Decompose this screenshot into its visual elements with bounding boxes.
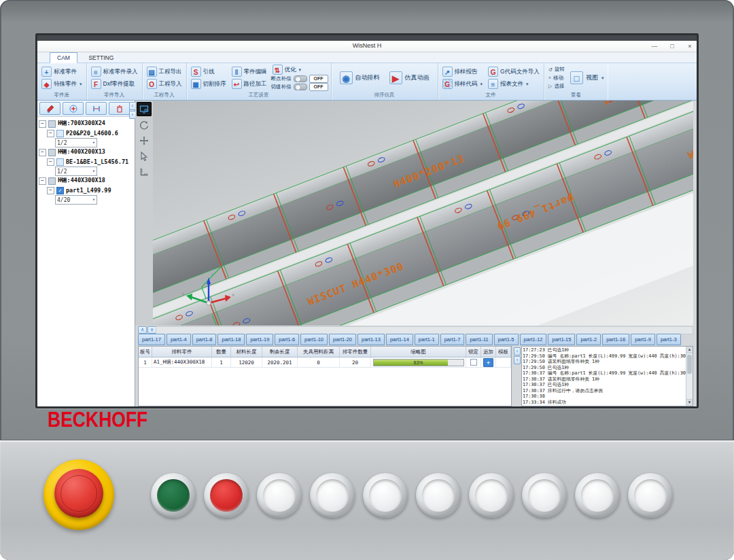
viewport-3d[interactable]: WISCUT H440*300 part1_499.99 WISCUT H400… (153, 101, 693, 326)
scroll-up-icon[interactable]: ▲ (686, 347, 693, 353)
part-tab[interactable]: part1-14 (386, 334, 413, 345)
hardware-button-green[interactable] (151, 473, 196, 518)
part-tab[interactable]: part1-11 (466, 334, 492, 345)
tab-scroll-up-icon[interactable]: ∧ (138, 326, 147, 334)
chevron-down-icon[interactable]: ▾ (526, 82, 529, 87)
hardware-button-4[interactable] (416, 473, 461, 518)
dimension-button[interactable] (86, 102, 107, 115)
hardware-button-5[interactable] (469, 473, 514, 518)
nest-code-button[interactable]: G 排样代码 ▾ (441, 79, 485, 89)
part-tab[interactable]: part1-6 (275, 334, 299, 345)
part-tab[interactable]: part1-13 (357, 334, 385, 345)
close-button[interactable]: × (686, 43, 694, 50)
tree-node-part-2[interactable]: − BE-1&BE-1_L5456.71 (47, 157, 133, 167)
checkbox-indeterminate[interactable] (48, 149, 56, 156)
lock-checkbox[interactable] (470, 359, 477, 366)
chevron-down-icon[interactable]: ▾ (299, 67, 302, 73)
scroll-down-icon[interactable]: ▼ (686, 399, 693, 406)
append-button[interactable]: + (483, 358, 493, 367)
chevron-down-icon[interactable]: ▾ (80, 82, 82, 87)
project-export-button[interactable]: ▤ 工程导出 (145, 67, 184, 77)
scroll-thumb[interactable] (687, 355, 692, 374)
path-machining-button[interactable]: ↩ 路径加工 (230, 79, 268, 89)
pane-left-icon[interactable]: ‹ (514, 347, 521, 355)
toggle-switch-icon[interactable] (294, 84, 307, 90)
part-edit-button[interactable]: ‖ 零件编辑 (230, 67, 268, 77)
chevron-down-icon[interactable]: ▾ (601, 75, 604, 81)
part-tab[interactable]: part1-12 (520, 334, 547, 345)
gcode-import-button[interactable]: G G代码文件导入 (487, 67, 541, 77)
minimize-button[interactable]: — (650, 43, 659, 50)
select-button[interactable]: ▷ 选择 (547, 83, 566, 90)
expander-icon[interactable]: − (47, 187, 54, 194)
part-tab[interactable]: part1-10 (300, 334, 328, 345)
count-select-3[interactable]: 4/20 ▾ (55, 195, 97, 205)
kerf-compensation-toggle[interactable]: 切缝补偿 OFF (271, 83, 328, 91)
emergency-stop-button[interactable] (43, 459, 114, 530)
tree-node-material-1[interactable]: − H钢:700X300X24 (39, 119, 133, 128)
part-tab[interactable]: part1-18 (217, 334, 245, 345)
standard-part-button[interactable]: + 标准零件 (40, 67, 84, 77)
expander-icon[interactable]: − (47, 130, 54, 137)
part-tab[interactable]: part1-2 (576, 334, 601, 345)
cut-order-button[interactable]: ▦ 切割排序 (190, 79, 228, 89)
measure-button[interactable] (137, 164, 152, 179)
hardware-button-2[interactable] (310, 473, 355, 518)
optimize-button[interactable]: ⇅ 优化 ▾ (271, 65, 328, 75)
tab-cam[interactable]: CAM (50, 52, 77, 63)
part-tab[interactable]: part1-16 (602, 334, 629, 345)
standard-part-entry-button[interactable]: ≡ 标准零件录入 (90, 67, 139, 77)
select-cursor-button[interactable] (137, 149, 152, 163)
hardware-button-3[interactable] (363, 473, 408, 518)
lead-line-button[interactable]: S 引线 (190, 67, 228, 77)
maximize-button[interactable]: □ (668, 43, 676, 50)
log-scrollbar[interactable]: ▲ ▼ (686, 347, 693, 406)
view-cube-button[interactable]: □ 视图 ▾ (569, 71, 606, 84)
part-tab[interactable]: part1-19 (246, 334, 273, 345)
hardware-button-6[interactable] (522, 473, 567, 518)
orbit-button[interactable] (137, 118, 152, 132)
pane-right-icon[interactable]: › (514, 356, 521, 364)
dxf-extract-button[interactable]: F Dxf零件提取 (90, 79, 139, 89)
checkbox-indeterminate[interactable] (48, 120, 56, 128)
delete-button[interactable] (109, 102, 130, 115)
table-row[interactable]: 1 A1_H钢:440X300X18 1 12020 2020.201 0 20 (139, 357, 511, 368)
hardware-button-7[interactable] (575, 473, 620, 518)
hardware-button-red[interactable] (204, 473, 249, 518)
checkbox-checked[interactable]: ✓ (56, 187, 64, 194)
hardware-button-8[interactable] (628, 473, 673, 518)
checkbox-indeterminate[interactable] (48, 177, 56, 185)
pan-view-button[interactable] (137, 133, 152, 147)
part-tab[interactable]: part1-9 (631, 334, 655, 345)
part-tab[interactable]: part1-8 (192, 334, 217, 345)
nest-report-button[interactable]: ↗ 排样报告 (441, 67, 485, 77)
project-import-button[interactable]: O 工程导入 (145, 79, 184, 89)
hardware-button-1[interactable] (257, 473, 302, 518)
toggle-switch-icon[interactable] (294, 75, 307, 82)
part-tab[interactable]: part1-17 (138, 334, 165, 345)
breakpoint-compensation-toggle[interactable]: 断点补偿 OFF (271, 75, 328, 83)
chevron-down-icon[interactable]: ▾ (480, 82, 483, 87)
rotate-button[interactable]: ↺ 旋转 (547, 66, 566, 73)
brush-button[interactable] (39, 102, 60, 115)
tree-node-part-1[interactable]: − P20&P20_L4600.6 (47, 128, 133, 138)
special-part-button[interactable]: ◆ 特殊零件 ▾ (40, 79, 84, 89)
pan-button[interactable]: + 移动 (547, 75, 566, 82)
expander-icon[interactable]: − (39, 149, 46, 156)
expander-icon[interactable]: − (47, 158, 54, 166)
expander-icon[interactable]: − (39, 120, 46, 128)
tree-node-material-2[interactable]: − H钢:400X200X13 (39, 147, 133, 157)
tab-setting[interactable]: SETTING (82, 53, 120, 63)
part-tab[interactable]: part1-5 (494, 334, 519, 345)
count-select-1[interactable]: 1/2 ▾ (55, 138, 97, 147)
emergency-stop-cap[interactable] (54, 469, 103, 518)
part-tab[interactable]: part1-4 (167, 334, 191, 345)
add-part-button[interactable] (63, 102, 84, 115)
tree-node-part-3[interactable]: − ✓ part1_L499.99 (47, 186, 133, 195)
view-3d-button[interactable] (137, 102, 152, 116)
expander-icon[interactable]: − (39, 177, 46, 185)
tree-node-material-3[interactable]: − H钢:440X300X18 (39, 176, 133, 186)
part-tab[interactable]: part1-15 (548, 334, 575, 345)
report-file-button[interactable]: ≡ 报表文件 ▾ (487, 79, 541, 89)
simulation-button[interactable]: ▶ 仿真动画 (388, 71, 431, 84)
